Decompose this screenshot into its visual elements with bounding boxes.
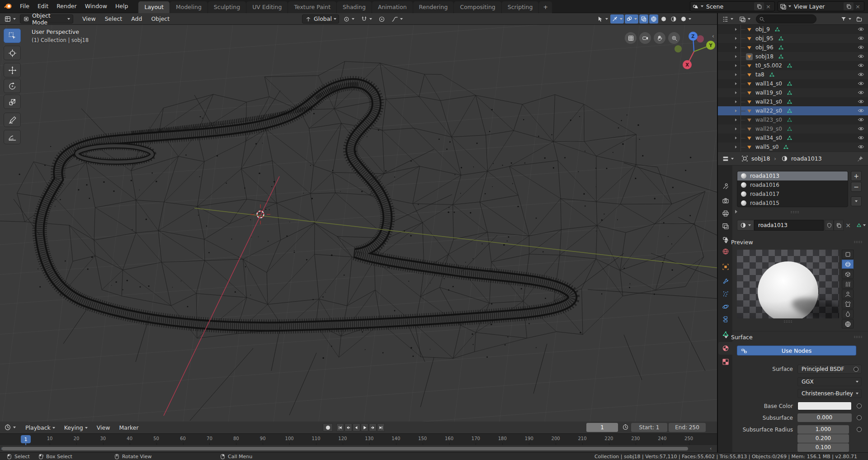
distribution-dropdown[interactable]: GGX: [797, 377, 862, 386]
mesh-data-icon[interactable]: [778, 54, 784, 60]
disclosure-icon[interactable]: [735, 128, 737, 130]
outliner-row-wall34_s0[interactable]: wall34_s0: [718, 133, 868, 142]
end-frame-field[interactable]: End: 250: [669, 423, 706, 432]
mesh-data-icon[interactable]: [787, 117, 793, 123]
new-scene-button[interactable]: [754, 2, 764, 10]
timeline-scrollbar[interactable]: [2, 447, 688, 451]
object-name[interactable]: wall22_s0: [755, 108, 782, 114]
filter-funnel-button[interactable]: [839, 14, 853, 24]
new-view-layer-button[interactable]: [844, 2, 854, 10]
mesh-data-icon[interactable]: [778, 45, 784, 51]
tool-rotate-button[interactable]: [4, 79, 21, 93]
hide-eye-toggle[interactable]: [858, 44, 864, 51]
tool-measure-button[interactable]: [4, 130, 21, 144]
hide-eye-toggle[interactable]: [858, 134, 864, 141]
topbar-menu-edit[interactable]: Edit: [33, 0, 52, 13]
mesh-object-icon[interactable]: [746, 126, 753, 133]
node-socket-icon[interactable]: [857, 415, 862, 420]
subsurface-radius-value-0[interactable]: 1.000: [797, 425, 849, 434]
shade-solid-toggle[interactable]: [659, 14, 668, 24]
play-button[interactable]: [361, 423, 368, 432]
subsurface-method-dropdown[interactable]: Christensen-Burley: [797, 389, 862, 398]
hide-eye-toggle[interactable]: [858, 53, 864, 60]
disclosure-icon[interactable]: [735, 119, 737, 121]
disclosure-icon[interactable]: [735, 100, 737, 103]
hide-eye-toggle[interactable]: [858, 26, 864, 33]
outliner-row-wall22_s0[interactable]: wall22_s0: [718, 106, 868, 115]
jump-start-button[interactable]: [336, 423, 344, 432]
disclosure-icon[interactable]: [735, 73, 737, 76]
viewport-3d[interactable]: User Perspective (1) Collection | sobj18…: [0, 25, 717, 422]
object-name[interactable]: sobj18: [755, 53, 774, 60]
topbar-menu-window[interactable]: Window: [81, 0, 111, 13]
scene-selector[interactable]: Scene ×: [690, 1, 775, 11]
timeline-ruler[interactable]: 1 10203040506070809010011012013014015016…: [0, 433, 717, 445]
object-name[interactable]: obj_9: [755, 26, 770, 33]
sidebar-collapse-icon[interactable]: ‹: [712, 33, 714, 39]
node-socket-icon[interactable]: [857, 403, 862, 408]
disclosure-icon[interactable]: [735, 91, 737, 94]
outliner-row-wall21_s0[interactable]: wall21_s0: [718, 97, 868, 106]
mesh-object-icon[interactable]: [746, 35, 753, 42]
disclosure-icon[interactable]: [735, 28, 737, 31]
start-frame-field[interactable]: Start: 1: [631, 423, 667, 432]
mesh-data-icon[interactable]: [769, 72, 775, 78]
outliner-row-wall14_s0[interactable]: wall14_s0: [718, 79, 868, 88]
add-workspace-button[interactable]: +: [539, 1, 552, 13]
search-input[interactable]: [765, 16, 810, 22]
hide-eye-toggle[interactable]: [858, 62, 864, 69]
disclosure-icon[interactable]: [735, 82, 737, 85]
nav-cam-button[interactable]: [639, 32, 651, 44]
new-collection-button[interactable]: [854, 14, 864, 24]
proportional-button[interactable]: [377, 14, 387, 24]
mesh-data-icon[interactable]: [778, 36, 784, 42]
disclosure-icon[interactable]: [735, 137, 737, 139]
workspace-tab-uv-editing[interactable]: UV Editing: [246, 1, 288, 13]
workspace-tab-animation[interactable]: Animation: [372, 1, 413, 13]
playhead[interactable]: 1: [21, 435, 31, 443]
gizmo-arrow-toggle[interactable]: [610, 14, 624, 24]
timeline-menu-view[interactable]: View: [92, 422, 115, 433]
mesh-object-icon[interactable]: [746, 62, 753, 69]
falloff-button[interactable]: [390, 14, 404, 24]
prev-key-button[interactable]: [344, 423, 352, 432]
mesh-data-icon[interactable]: [787, 90, 793, 96]
mesh-object-icon[interactable]: [746, 99, 753, 105]
outliner-row-sobj18[interactable]: sobj18: [718, 52, 868, 61]
topbar-menu-render[interactable]: Render: [52, 0, 81, 13]
disclosure-icon[interactable]: [735, 64, 737, 67]
object-name[interactable]: wall34_s0: [755, 135, 782, 141]
mesh-object-icon[interactable]: [746, 108, 753, 114]
hide-eye-toggle[interactable]: [858, 71, 864, 78]
object-name[interactable]: wall23_s0: [755, 117, 782, 123]
outliner-row-wall5_s0[interactable]: wall5_s0: [718, 142, 868, 152]
timeline-menu-keying[interactable]: Keying: [60, 422, 92, 433]
scene-name[interactable]: Scene: [703, 3, 754, 10]
mesh-object-icon[interactable]: [746, 81, 753, 87]
workspace-tab-rendering[interactable]: Rendering: [413, 1, 454, 13]
tool-annotate-button[interactable]: [4, 113, 21, 127]
workspace-tab-compositing[interactable]: Compositing: [454, 1, 501, 13]
shade-wire-toggle[interactable]: [649, 14, 658, 24]
surface-shader-field[interactable]: Principled BSDF: [797, 365, 862, 374]
hide-eye-toggle[interactable]: [858, 125, 864, 132]
topbar-menu-help[interactable]: Help: [111, 0, 132, 13]
object-name[interactable]: ta8: [755, 71, 764, 78]
disclosure-icon[interactable]: [735, 109, 737, 112]
jump-end-button[interactable]: [377, 423, 385, 432]
workspace-tab-modeling[interactable]: Modeling: [170, 1, 208, 13]
blender-logo-icon[interactable]: [4, 2, 13, 11]
subsurface-radius-value-1[interactable]: 0.200: [797, 434, 849, 443]
object-name[interactable]: t0_s5.002: [755, 62, 782, 69]
nav-hand-button[interactable]: [654, 32, 665, 44]
editor-type-button[interactable]: [3, 14, 17, 24]
hide-eye-toggle[interactable]: [858, 89, 864, 96]
object-name[interactable]: wall19_s0: [755, 90, 782, 96]
mesh-data-icon[interactable]: [787, 135, 793, 141]
outliner-row-wall19_s0[interactable]: wall19_s0: [718, 88, 868, 97]
prev-frame-button[interactable]: [353, 423, 360, 432]
object-name[interactable]: obj_95: [755, 35, 774, 42]
mesh-data-icon[interactable]: [787, 81, 793, 87]
disclosure-icon[interactable]: [735, 55, 737, 58]
visibility-toggle[interactable]: [596, 14, 609, 24]
